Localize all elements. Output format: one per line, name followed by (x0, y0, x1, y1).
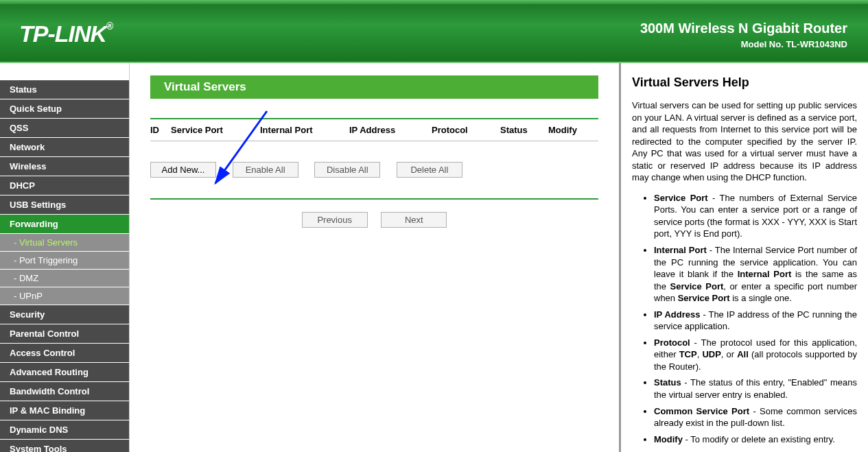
help-item-ip-address: IP Address - The IP address of the PC ru… (654, 309, 857, 333)
action-button-row: Add New... Enable All Disable All Delete… (150, 162, 598, 200)
nav-bandwidth-control[interactable]: Bandwidth Control (0, 381, 129, 401)
header: TP-LINK® 300M Wireless N Gigabit Router … (0, 0, 868, 63)
pagination-row: Previous Next (150, 212, 598, 228)
nav-advanced-routing[interactable]: Advanced Routing (0, 362, 129, 381)
brand-text: TP-LINK (19, 21, 106, 47)
disable-all-button[interactable]: Disable All (314, 162, 380, 178)
header-stripe (0, 0, 868, 4)
help-item-common-service-port: Common Service Port - Some common servic… (654, 405, 857, 429)
product-title: 300M Wireless N Gigabit Router (640, 21, 847, 36)
nav-spacer (0, 63, 129, 80)
nav-network[interactable]: Network (0, 137, 129, 156)
nav-usb-settings[interactable]: USB Settings (0, 195, 129, 214)
table-header-row: ID Service Port Internal Port IP Address… (150, 118, 598, 141)
delete-all-button[interactable]: Delete All (397, 162, 462, 178)
help-panel: Virtual Servers Help Virtual servers can… (621, 63, 868, 452)
col-id: ID (150, 125, 171, 135)
help-title: Virtual Servers Help (632, 75, 857, 90)
nav-qss[interactable]: QSS (0, 118, 129, 137)
col-service-port: Service Port (171, 125, 250, 135)
page-title: Virtual Servers (150, 75, 598, 99)
col-status: Status (500, 125, 548, 135)
nav-ip-mac-binding[interactable]: IP & MAC Binding (0, 401, 129, 420)
main-panel: Virtual Servers ID Service Port Internal… (129, 63, 621, 452)
next-button[interactable]: Next (381, 212, 447, 228)
nav-parental-control[interactable]: Parental Control (0, 324, 129, 343)
nav-dynamic-dns[interactable]: Dynamic DNS (0, 420, 129, 439)
nav-quick-setup[interactable]: Quick Setup (0, 99, 129, 118)
nav-sub-dmz[interactable]: - DMZ (0, 269, 129, 287)
col-modify: Modify (548, 125, 589, 135)
nav-sub-virtual-servers[interactable]: - Virtual Servers (0, 233, 129, 251)
model-number: Model No. TL-WR1043ND (640, 39, 847, 49)
header-right: 300M Wireless N Gigabit Router Model No.… (640, 21, 847, 49)
help-item-status: Status - The status of this entry, "Enab… (654, 377, 857, 401)
nav-dhcp[interactable]: DHCP (0, 176, 129, 195)
nav-security[interactable]: Security (0, 305, 129, 324)
sidebar: Status Quick Setup QSS Network Wireless … (0, 63, 129, 452)
help-intro: Virtual servers can be used for setting … (632, 99, 857, 184)
col-internal-port: Internal Port (260, 125, 349, 135)
enable-all-button[interactable]: Enable All (233, 162, 298, 178)
help-item-service-port: Service Port - The numbers of External S… (654, 192, 857, 240)
nav-access-control[interactable]: Access Control (0, 343, 129, 362)
brand-logo: TP-LINK® (19, 21, 113, 47)
registered-mark: ® (106, 21, 113, 32)
nav-status[interactable]: Status (0, 80, 129, 99)
help-item-protocol: Protocol - The protocol used for this ap… (654, 337, 857, 373)
nav-sub-upnp[interactable]: - UPnP (0, 287, 129, 305)
help-item-modify: Modify - To modify or delete an existing… (654, 433, 857, 446)
add-new-button[interactable]: Add New... (150, 162, 216, 178)
col-protocol: Protocol (432, 125, 500, 135)
help-list: Service Port - The numbers of External S… (632, 192, 857, 445)
col-ip-address: IP Address (349, 125, 432, 135)
help-item-internal-port: Internal Port - The Internal Service Por… (654, 244, 857, 305)
nav-wireless[interactable]: Wireless (0, 156, 129, 176)
nav-sub-port-triggering[interactable]: - Port Triggering (0, 251, 129, 269)
previous-button[interactable]: Previous (302, 212, 368, 228)
nav-system-tools[interactable]: System Tools (0, 439, 129, 452)
nav-forwarding[interactable]: Forwarding (0, 214, 129, 233)
